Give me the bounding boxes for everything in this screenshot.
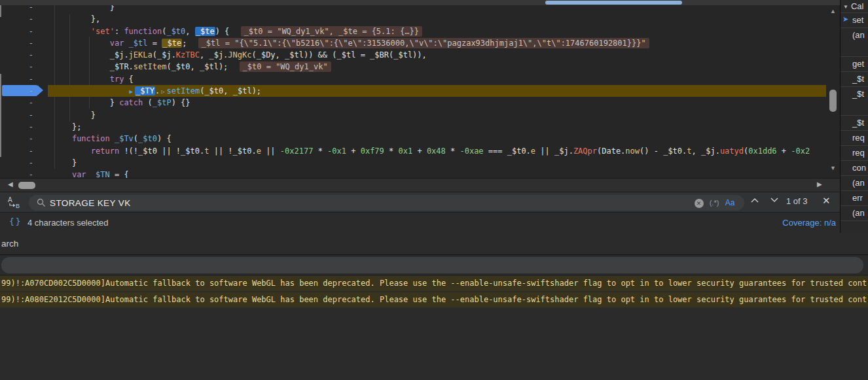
call-stack-frame[interactable]: _$t [841,72,868,87]
editor-status-bar: {} 4 characters selected Coverage: n/a [0,213,840,233]
code-text: } catch (_$tP) {} [48,97,826,109]
code-token: _$TN [91,170,110,178]
code-token: * [313,147,327,156]
match-case-toggle-icon[interactable]: Aa [723,195,736,211]
drawer-scrollbar-thumb[interactable] [1,257,863,273]
replace-toggle-button[interactable]: A B [7,196,22,210]
horizontal-scrollbar-thumb[interactable] [18,182,35,189]
code-line[interactable]: - _$j.jEKLa(_$j.KzTBC, _$j.JNgKc(_$Dy, _… [0,49,826,61]
frame-label: req [852,148,865,158]
call-stack-frame[interactable]: (an [841,176,868,191]
call-stack-frame[interactable]: (an [841,206,868,221]
source-editor[interactable]: - }- },- 'set': function(_$t0, _$te) { _… [0,5,840,178]
gutter-line-marker[interactable]: - [0,133,48,145]
code-token: setItem [134,62,167,71]
code-token: -0x2177 [280,147,314,156]
gutter-line-marker[interactable]: - [0,145,48,157]
gutter-line-marker[interactable]: - [0,37,48,49]
frame-label: err [852,193,863,203]
replace-toggle-letter-a: A [8,196,12,203]
vertical-scrollbar-thumb[interactable] [829,90,837,112]
gutter-line-marker[interactable]: - [0,61,48,73]
scroll-left-button[interactable]: ◀ [8,181,13,188]
code-token: 0x1 [399,147,413,156]
gutter-line-marker[interactable]: - [0,109,48,121]
scroll-down-button[interactable]: ▼ [826,164,840,173]
code-token: uatyd [720,147,744,156]
code-line[interactable]: - }, [0,13,826,25]
clear-search-icon[interactable]: ✕ [694,195,704,211]
code-text: return !(!_$t0 || !_$t0.t || !_$t0.e || … [48,145,826,157]
previous-match-button[interactable] [750,198,759,203]
code-token: -0x1 [327,147,346,156]
frame-label: (an [852,178,865,188]
call-stack-frame[interactable]: _$t [841,87,868,116]
code-token: var [72,170,86,178]
gutter-line-marker[interactable]: - [0,121,48,133]
code-token: (_$j. [153,50,176,60]
code-token [86,170,91,178]
gutter-line-marker[interactable]: - [0,49,48,61]
match-count: 1 of 3 [786,196,808,206]
scroll-up-button[interactable]: ▲ [826,7,840,16]
code-token: var [110,39,124,48]
code-line[interactable]: - } catch (_$tP) {} [0,97,826,109]
call-stack-header[interactable]: ▼Cal [841,0,868,13]
code-text: }; [48,121,826,133]
code-line[interactable]: - var _$TN = { [0,169,826,178]
drawer-tab-search[interactable]: arch [1,239,18,249]
code-line[interactable]: - _$TR.setItem(_$t0, _$tl); _$t0 = "WQ_d… [0,61,826,73]
drawer: arch 99)!:A070CD002C5D0000]Automatic fal… [0,233,868,380]
gutter-line-marker[interactable]: - [0,26,48,37]
call-stack-frame[interactable]: req [841,146,868,161]
code-line[interactable]: - var _$tl = _$te; _$tl = "{\"5.1\":{\"b… [0,37,826,49]
gutter-line-marker[interactable]: - [0,85,48,97]
coverage-link[interactable]: Coverage: n/a [782,218,836,228]
editor-vertical-scrollbar: ▲ ▼ [826,5,840,178]
regex-toggle-icon[interactable]: (.*) [706,195,722,211]
code-token: now [625,147,640,156]
call-stack-frame[interactable]: (an [841,28,868,57]
code-token: _$t0 [138,134,157,143]
gutter-line-marker[interactable]: - [0,97,48,109]
gutter-line-marker[interactable]: - [0,73,48,85]
gutter-line-marker[interactable]: - [0,5,48,13]
frame-label: _$t [852,89,864,99]
code-text: 'set': function(_$t0, _$te) { _$t0 = "WQ… [48,26,826,37]
gutter-line-marker[interactable]: - [0,157,48,169]
gutter-line-marker[interactable]: - [0,13,48,25]
top-scrollbar-track [0,0,840,5]
replace-toggle-letter-b: B [16,203,20,209]
code-token: 'set' [91,27,115,36]
pretty-print-icon[interactable]: {} [9,216,22,226]
code-token: ) {} [172,98,190,107]
code-line[interactable]: - } [0,157,826,169]
call-stack-frame[interactable]: con [841,161,868,176]
top-scrollbar-thumb[interactable] [545,1,682,5]
code-line[interactable]: - } [0,109,826,121]
frame-label: get [852,59,864,69]
call-stack-frame[interactable]: _$t [841,116,868,131]
code-line[interactable]: - function _$Tv(_$t0) { [0,133,826,145]
search-input[interactable] [50,196,632,210]
code-line[interactable]: - return !(!_$t0 || !_$t0.t || !_$t0.e |… [0,145,826,157]
call-stack-frame[interactable]: get [841,57,868,72]
function-link[interactable]: setItem [167,86,200,95]
search-field: ✕ (.*) Aa [29,195,744,211]
scroll-right-button[interactable]: ▶ [817,181,822,188]
call-stack-frame[interactable]: req [841,131,868,146]
code-token: || !_$t0. [209,147,256,156]
code-token: ) { [215,27,234,36]
code-line[interactable]: - try { [0,73,826,85]
code-lines: - }- },- 'set': function(_$t0, _$te) { _… [0,5,826,178]
next-match-button[interactable] [770,198,779,203]
close-search-icon[interactable]: ✕ [822,195,831,207]
call-stack-frame[interactable]: ➤set [841,13,868,28]
code-line-paused[interactable]: - ▶_$TY.▷setItem(_$t0, _$tl); [0,85,826,97]
console-warning-message: 99)!:A070CD002C5D0000]Automatic fallback… [0,276,868,291]
call-stack-frame[interactable]: err [841,191,868,206]
code-line[interactable]: - 'set': function(_$t0, _$te) { _$t0 = "… [0,26,826,37]
gutter-line-marker[interactable]: - [0,169,48,178]
code-line[interactable]: - } [0,5,826,13]
code-line[interactable]: - }; [0,121,826,133]
